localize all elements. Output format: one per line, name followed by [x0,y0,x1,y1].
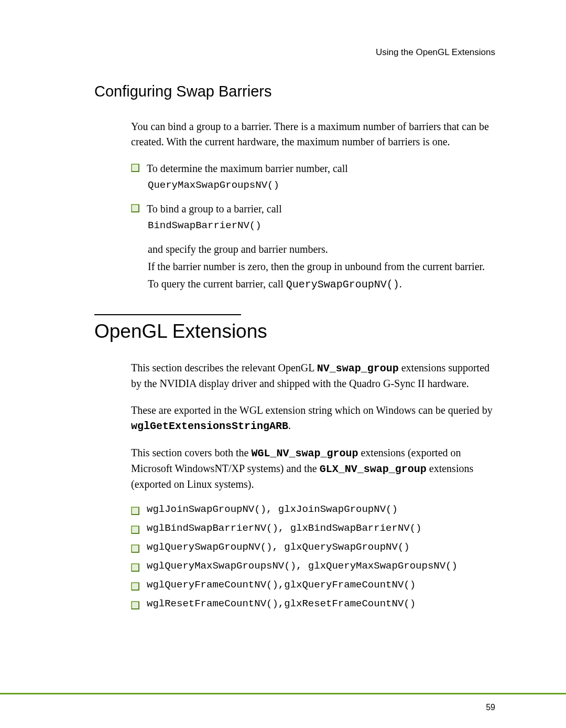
list-item: wglQuerySwapGroupNV(), glxQuerySwapGroup… [131,541,495,553]
square-bullet-icon [131,601,139,609]
list-item-text: wglJoinSwapGroupNV(), glxJoinSwapGroupNV… [147,504,398,515]
section-heading-opengl-extensions: OpenGL Extensions [94,320,495,342]
paragraph: This section describes the relevant Open… [131,360,495,391]
running-header: Using the OpenGL Extensions [94,47,495,58]
square-bullet-icon [131,164,139,172]
svg-rect-7 [132,602,139,609]
svg-rect-5 [132,564,139,571]
inline-code-bold: GLX_NV_swap_group [320,463,427,475]
svg-rect-2 [132,507,139,515]
list-item: wglJoinSwapGroupNV(), glxJoinSwapGroupNV… [131,504,495,515]
square-bullet-icon [131,563,139,572]
square-bullet-icon [131,526,139,534]
after-bullet-text: To query the current barrier, call Query… [148,276,495,292]
text-fragment: These are exported in the WGL extension … [131,404,493,416]
list-item: wglQueryFrameCountNV(),glxQueryFrameCoun… [131,579,495,591]
square-bullet-icon [131,507,139,515]
paragraph: This section covers both the WGL_NV_swap… [131,445,495,492]
page: Using the OpenGL Extensions Configuring … [0,0,566,728]
svg-rect-6 [132,583,139,590]
square-bullet-icon [131,204,139,212]
square-bullet-icon [131,544,139,553]
inline-code-bold: NV_swap_group [317,362,399,374]
inline-code: QuerySwapGroupNV() [286,279,399,291]
extension-list: wglJoinSwapGroupNV(), glxJoinSwapGroupNV… [131,504,495,609]
paragraph: These are exported in the WGL extension … [131,403,495,434]
svg-rect-3 [132,526,139,533]
text-fragment: This section covers both the [131,447,251,458]
section1-body: You can bind a group to a barrier. There… [131,119,495,292]
page-number: 59 [486,703,495,712]
text-fragment: . [399,278,402,290]
svg-rect-1 [132,205,139,212]
svg-rect-4 [132,545,139,552]
code-line: BindSwapBarrierNV() [148,220,495,231]
list-item: wglQueryMaxSwapGroupsNV(), glxQueryMaxSw… [131,560,495,572]
inline-code-bold: wglGetExtensionsStringARB [131,420,288,432]
bullet-item: To bind a group to a barrier, call [131,201,495,217]
svg-rect-0 [132,164,139,172]
heading-rule [94,314,241,315]
after-bullet-text: If the barrier number is zero, then the … [148,259,495,274]
list-item: wglBindSwapBarrierNV(), glxBindSwapBarri… [131,522,495,534]
list-item-text: wglQuerySwapGroupNV(), glxQuerySwapGroup… [147,541,410,553]
list-item: wglResetFrameCountNV(),glxResetFrameCoun… [131,598,495,609]
list-item-text: wglQueryFrameCountNV(),glxQueryFrameCoun… [147,579,416,591]
text-fragment: . [288,420,291,431]
text-fragment: This section describes the relevant Open… [131,362,317,373]
list-item-text: wglQueryMaxSwapGroupsNV(), glxQueryMaxSw… [147,560,458,572]
inline-code-bold: WGL_NV_swap_group [251,447,358,459]
bullet-text: To determine the maximum barrier number,… [147,161,348,176]
intro-paragraph: You can bind a group to a barrier. There… [131,119,495,149]
footer-rule [0,693,566,694]
bullet-item: To determine the maximum barrier number,… [131,161,495,176]
text-fragment: To query the current barrier, call [148,278,286,290]
section-heading-configuring: Configuring Swap Barriers [94,83,495,100]
square-bullet-icon [131,582,139,591]
list-item-text: wglResetFrameCountNV(),glxResetFrameCoun… [147,598,416,609]
after-bullet-text: and specify the group and barrier number… [148,242,495,257]
bullet-text: To bind a group to a barrier, call [147,201,282,217]
code-line: QueryMaxSwapGroupsNV() [148,179,495,191]
list-item-text: wglBindSwapBarrierNV(), glxBindSwapBarri… [147,522,422,534]
section2-body: This section describes the relevant Open… [131,360,495,609]
